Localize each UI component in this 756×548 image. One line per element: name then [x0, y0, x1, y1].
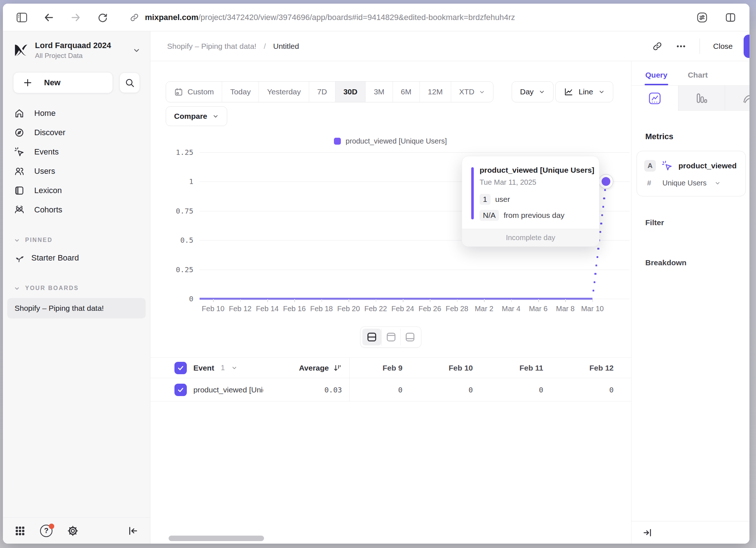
date-column-header[interactable]: Feb 12	[561, 358, 631, 378]
range-30d[interactable]: 30D	[335, 82, 366, 102]
project-switcher[interactable]: Lord Farquaad 2024 All Project Data	[3, 31, 150, 60]
viz-tab-bar-icon[interactable]	[678, 86, 725, 111]
sidebar-item-starter-board[interactable]: Starter Board	[3, 248, 150, 267]
range-label: 12M	[428, 87, 443, 96]
chevron-down-icon[interactable]	[231, 365, 237, 371]
granularity-dropdown[interactable]: Day	[512, 81, 554, 102]
horizontal-scrollbar[interactable]	[169, 536, 264, 541]
range-custom[interactable]: Custom	[166, 82, 222, 102]
metrics-section-label: Metrics	[645, 132, 749, 141]
table-header-row: Event 1 Average Feb 9 Feb 10 Feb 11	[150, 357, 631, 378]
date-column-header[interactable]: Feb 9	[350, 358, 420, 378]
panel-footer	[631, 521, 749, 544]
sidebar-item-home[interactable]: Home	[3, 103, 150, 123]
sidebar-item-board-shopify[interactable]: Shopify – Piping that data!	[7, 298, 146, 318]
cohorts-icon	[14, 205, 25, 215]
collapse-panel-icon[interactable]	[642, 528, 653, 538]
layout-split-horizontal-icon[interactable]	[362, 329, 381, 345]
y-axis-label: 1.25	[176, 148, 193, 157]
collapse-sidebar-icon[interactable]	[127, 525, 138, 536]
range-7d[interactable]: 7D	[309, 82, 335, 102]
x-axis-tick	[267, 299, 268, 302]
chart-type-dropdown[interactable]: Line	[555, 81, 613, 102]
row-cell-value: 0	[561, 378, 631, 401]
back-icon[interactable]	[41, 9, 57, 26]
more-options-icon[interactable]	[676, 41, 686, 52]
compare-label: Compare	[174, 112, 207, 121]
help-glyph: ?	[44, 527, 48, 535]
range-6m[interactable]: 6M	[393, 82, 420, 102]
browser-sidebar-toggle-icon[interactable]	[14, 9, 30, 26]
y-axis-label: 0	[189, 294, 193, 303]
aggregation-label[interactable]: Unique Users	[662, 179, 706, 187]
chart-point-marker[interactable]	[599, 174, 613, 189]
forward-icon[interactable]	[68, 9, 84, 26]
event-column-header[interactable]: Event	[193, 364, 214, 372]
date-column-header[interactable]: Feb 10	[420, 358, 490, 378]
new-button[interactable]: New	[13, 72, 113, 93]
copy-link-icon[interactable]	[652, 41, 662, 51]
url-bar[interactable]: mixpanel.com/project/3472420/view/397469…	[130, 13, 515, 22]
dotted-line-dot	[596, 256, 599, 258]
sidebar-item-users[interactable]: Users	[3, 161, 150, 181]
compass-icon	[14, 128, 25, 138]
chart-legend[interactable]: product_viewed [Unique Users]	[150, 137, 630, 145]
help-icon[interactable]: ?	[40, 525, 52, 537]
range-today[interactable]: Today	[222, 82, 259, 102]
visualization-tabs	[631, 85, 749, 111]
search-button[interactable]	[119, 73, 140, 93]
tooltip-title: product_viewed [Unique Users]	[480, 166, 590, 175]
close-button[interactable]: Close	[713, 42, 733, 51]
x-axis-tick	[240, 299, 241, 302]
breadcrumb-board[interactable]: Shopify – Piping that data!	[167, 42, 256, 51]
sidebar-item-cohorts[interactable]: Cohorts	[3, 200, 150, 219]
breadcrumb-page[interactable]: Untitled	[273, 42, 299, 51]
split-view-icon[interactable]	[722, 9, 739, 26]
settings-gear-icon[interactable]	[67, 525, 79, 537]
range-12m[interactable]: 12M	[420, 82, 451, 102]
range-3m[interactable]: 3M	[365, 82, 392, 102]
row-average-value: 0.03	[324, 385, 342, 394]
x-axis-tick	[538, 299, 539, 302]
page-settings-icon[interactable]	[694, 9, 710, 26]
sidebar-item-events[interactable]: Events	[3, 142, 150, 161]
tab-query[interactable]: Query	[645, 71, 668, 85]
reload-icon[interactable]	[95, 9, 111, 26]
home-icon	[14, 108, 25, 118]
x-axis-tick	[322, 299, 322, 302]
sidebar-item-discover[interactable]: Discover	[3, 123, 150, 142]
your-boards-section-header[interactable]: YOUR BOARDS	[3, 285, 150, 291]
line-chart-icon	[564, 87, 574, 97]
range-yesterday[interactable]: Yesterday	[259, 82, 309, 102]
x-axis-label: Mar 8	[556, 305, 575, 313]
chevron-down-icon[interactable]	[714, 180, 721, 186]
report-canvas: Custom Today Yesterday 7D 30D 3M 6M 12M …	[150, 61, 631, 544]
metric-event-name[interactable]: product_viewed	[678, 161, 737, 170]
range-label: Custom	[188, 87, 214, 96]
range-xtd[interactable]: XTD	[451, 82, 493, 102]
date-column-header[interactable]: Feb 11	[491, 358, 561, 378]
browser-window: mixpanel.com/project/3472420/view/397469…	[3, 4, 749, 544]
save-button[interactable]	[744, 35, 749, 58]
url-host: mixpanel.com	[145, 13, 198, 22]
table-row[interactable]: product_viewed [Uniq... 0.03 0 0 0 0	[150, 378, 631, 402]
x-axis-tick	[484, 299, 485, 302]
select-all-checkbox[interactable]	[174, 362, 187, 374]
metric-card[interactable]: A product_viewed # Unique Users	[637, 151, 746, 196]
pinned-section-header[interactable]: PINNED	[3, 237, 150, 243]
row-checkbox[interactable]	[174, 384, 187, 396]
apps-grid-icon[interactable]	[15, 525, 25, 536]
x-axis-tick	[376, 299, 377, 302]
sidebar-item-lexicon[interactable]: Lexicon	[3, 181, 150, 200]
viz-tab-flow-icon[interactable]	[725, 86, 749, 111]
layout-chart-only-icon[interactable]	[381, 329, 400, 345]
viz-tab-line-icon[interactable]	[631, 86, 678, 111]
layout-table-only-icon[interactable]	[400, 329, 419, 345]
sort-icon[interactable]	[333, 364, 342, 372]
tab-chart[interactable]: Chart	[688, 71, 708, 85]
compare-dropdown[interactable]: Compare	[166, 106, 227, 126]
average-column-header[interactable]: Average	[299, 364, 329, 372]
divider	[700, 39, 700, 54]
dotted-line-dot	[600, 223, 602, 225]
gridline	[200, 299, 630, 299]
